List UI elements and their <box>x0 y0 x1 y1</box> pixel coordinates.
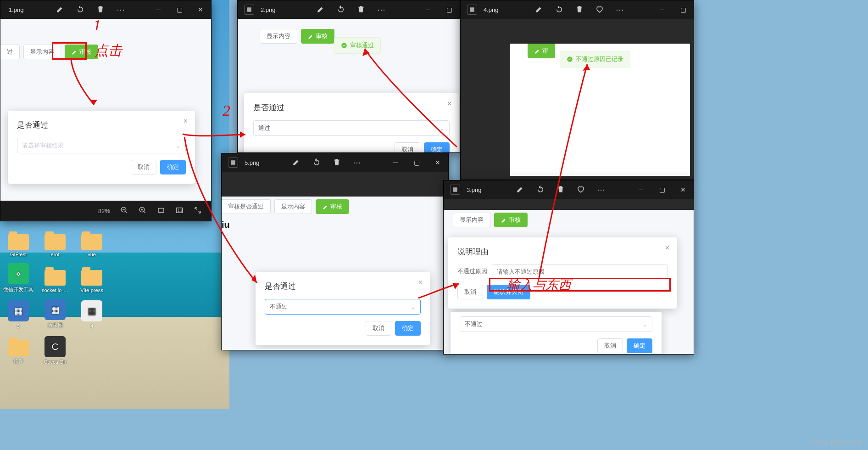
desktop-image[interactable]: ▦5 <box>2 297 34 329</box>
edit-icon[interactable] <box>535 5 543 15</box>
close-button[interactable]: ✕ <box>427 153 448 172</box>
more-icon[interactable]: ⋯ <box>117 5 125 15</box>
audit-button[interactable]: 审核 <box>494 213 528 227</box>
heart-icon[interactable] <box>577 185 585 195</box>
page-body: 过 显示内容 审核 是否通过 × 请选择审核结果 ⌄ 取消 确定 <box>0 19 211 201</box>
minimize-button[interactable]: ─ <box>651 0 673 19</box>
minimize-button[interactable]: ─ <box>630 180 651 199</box>
close-button[interactable]: ✕ <box>673 180 694 199</box>
maximize-button[interactable]: ▢ <box>169 0 190 19</box>
result-select[interactable]: 通过 ⌄ <box>253 120 450 136</box>
result-select[interactable]: 不通过 ⌄ <box>265 299 421 315</box>
audit-button[interactable]: 审核 <box>301 29 334 44</box>
show-content-button[interactable]: 显示内容 <box>260 29 297 44</box>
titlebar[interactable]: 5.png ⋯ ─ ▢ ✕ <box>222 153 448 172</box>
ok-button[interactable]: 确定 <box>627 338 652 353</box>
desktop-image[interactable]: ▦4 <box>76 297 108 329</box>
audit-button[interactable]: 审核 <box>316 199 349 214</box>
minimize-button[interactable]: ─ <box>417 0 439 19</box>
audit-button[interactable]: 审 <box>528 44 555 58</box>
minimize-button[interactable]: ─ <box>385 153 406 172</box>
ok-button[interactable]: 确定 <box>160 160 186 174</box>
close-icon[interactable]: × <box>447 100 451 108</box>
audit-button[interactable]: 审核 <box>65 45 98 59</box>
ok-button[interactable]: 确定 <box>395 321 421 336</box>
result-select[interactable]: 不通过 ⌄ <box>460 316 652 332</box>
cancel-button[interactable]: 取消 <box>366 321 391 336</box>
more-icon[interactable]: ⋯ <box>353 158 361 168</box>
dialog-title: 是否通过 <box>17 120 186 130</box>
thumbnail-icon <box>228 158 238 168</box>
trash-icon[interactable] <box>556 185 565 195</box>
rotate-icon[interactable] <box>555 5 563 15</box>
desktop-folder[interactable]: GIFtest <box>2 225 34 257</box>
heart-icon[interactable] <box>595 5 604 15</box>
rotate-icon[interactable] <box>337 5 345 15</box>
desktop-app[interactable]: ⋄微信开发工具 <box>2 261 34 293</box>
chevron-down-icon: ⌄ <box>440 125 445 132</box>
maximize-button[interactable]: ▢ <box>439 0 460 19</box>
filename: 3.png <box>467 186 482 193</box>
window-3: 3.png ⋯ ─ ▢ ✕ 显示内容 审核 说明理由 <box>443 180 694 354</box>
rotate-icon[interactable] <box>536 185 545 195</box>
maximize-button[interactable]: ▢ <box>406 153 427 172</box>
thumbnail-icon <box>244 5 254 15</box>
edit-icon[interactable] <box>56 5 64 15</box>
window-2: 2.png ⋯ ─ ▢ 显示内容 审核 审核通过 <box>237 0 460 153</box>
desktop-folder[interactable]: 软件 <box>2 332 34 365</box>
maximize-button[interactable]: ▢ <box>651 180 673 199</box>
desktop-folder[interactable]: Vite-press <box>76 261 108 293</box>
rotate-icon[interactable] <box>312 158 321 168</box>
show-content-button[interactable]: 显示内容 <box>23 45 61 59</box>
trash-icon[interactable] <box>333 158 341 168</box>
dialog-title: 是否通过 <box>265 281 421 292</box>
trash-icon[interactable] <box>96 5 105 15</box>
show-content-button[interactable]: 显示内容 <box>274 199 312 214</box>
chevron-down-icon: ⌄ <box>642 321 647 328</box>
ok-button[interactable]: 确定 <box>424 142 450 153</box>
trash-icon[interactable] <box>357 5 365 15</box>
fit-icon[interactable] <box>157 206 165 216</box>
maximize-button[interactable]: ▢ <box>673 0 694 19</box>
close-icon[interactable]: × <box>418 278 423 287</box>
svg-text:1:1: 1:1 <box>178 209 182 212</box>
desktop-image[interactable]: ▦效果图 <box>39 297 71 329</box>
rotate-icon[interactable] <box>76 5 84 15</box>
minimize-button[interactable]: ─ <box>148 0 169 19</box>
titlebar[interactable]: 1.png ⋯ ─ ▢ ✕ <box>0 0 211 19</box>
actual-size-icon[interactable]: 1:1 <box>175 206 184 216</box>
desktop-folder[interactable]: vue <box>76 225 108 257</box>
more-icon[interactable]: ⋯ <box>597 185 605 195</box>
cancel-button[interactable]: 取消 <box>131 160 156 174</box>
desktop-folder[interactable]: socket.io-… <box>39 261 71 293</box>
close-button[interactable]: ✕ <box>190 0 211 19</box>
cancel-button[interactable]: 取消 <box>597 338 623 353</box>
more-icon[interactable]: ⋯ <box>616 5 624 15</box>
titlebar[interactable]: 3.png ⋯ ─ ▢ ✕ <box>444 180 694 199</box>
edit-icon[interactable] <box>317 5 325 15</box>
confirm-close-button[interactable]: 确认并关闭 <box>487 285 530 299</box>
more-icon[interactable]: ⋯ <box>377 5 385 15</box>
thumbnail-icon <box>450 185 460 195</box>
cancel-button[interactable]: 取消 <box>395 142 420 153</box>
zoom-in-icon[interactable] <box>139 206 147 216</box>
close-icon[interactable]: × <box>665 244 669 252</box>
close-icon[interactable]: × <box>184 117 188 125</box>
pass-dialog: 是否通过 × 通过 ⌄ 取消 确定 <box>244 93 459 153</box>
titlebar[interactable]: 4.png ⋯ ─ ▢ <box>461 0 694 19</box>
desktop-folder[interactable]: erot <box>39 225 71 257</box>
edit-icon[interactable] <box>292 158 300 168</box>
result-select[interactable]: 请选择审核结果 ⌄ <box>17 138 186 153</box>
cancel-button[interactable]: 取消 <box>457 285 483 299</box>
trash-icon[interactable] <box>575 5 584 15</box>
zoom-out-icon[interactable] <box>120 206 128 216</box>
desktop-app[interactable]: CCocos On <box>39 332 71 365</box>
edit-icon[interactable] <box>516 185 524 195</box>
fullscreen-icon[interactable] <box>194 206 202 216</box>
thumbnail-icon <box>467 5 477 15</box>
show-content-button[interactable]: 显示内容 <box>453 213 490 227</box>
titlebar[interactable]: 2.png ⋯ ─ ▢ <box>238 0 460 19</box>
desktop-icons: GIFtest erot vue ⋄微信开发工具 socket.io-… Vit… <box>2 225 122 365</box>
success-toast: 审核通过 <box>334 37 381 54</box>
reason-input[interactable] <box>492 264 668 278</box>
